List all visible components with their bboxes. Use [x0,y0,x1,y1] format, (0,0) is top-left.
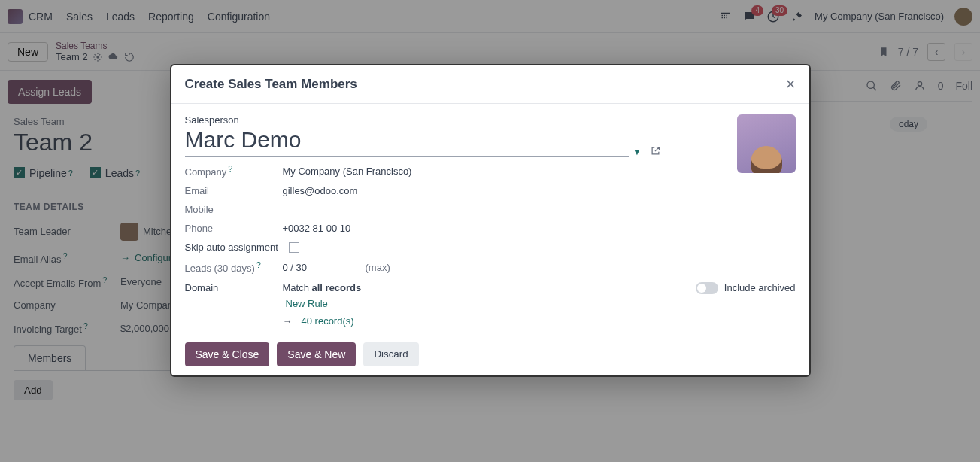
dropdown-icon[interactable]: ▼ [633,147,642,157]
external-link-icon[interactable] [650,145,661,157]
leads30-help-icon[interactable]: ? [256,260,261,269]
modal-footer: Save & Close Save & New Discard [171,333,809,375]
modal-title: Create Sales Team Members [185,77,357,92]
email-field-label: Email [185,185,283,196]
salesperson-input[interactable] [185,126,629,157]
salesperson-label: Salesperson [185,114,796,126]
modal: Create Sales Team Members × Salesperson … [170,64,811,377]
arrow-right-icon: → [283,315,293,327]
leads30-value[interactable]: 0 / 30 [283,262,366,273]
phone-field-value[interactable]: +0032 81 00 10 [283,223,351,234]
save-new-button[interactable]: Save & New [277,342,356,366]
include-archived-toggle[interactable] [696,282,718,294]
discard-button[interactable]: Discard [363,342,418,366]
save-close-button[interactable]: Save & Close [185,342,270,366]
skip-auto-checkbox[interactable] [289,242,299,253]
company-help-icon[interactable]: ? [228,164,232,173]
salesperson-avatar[interactable] [737,114,796,173]
modal-header: Create Sales Team Members × [171,65,809,104]
domain-all-records: all records [312,282,362,293]
include-archived-label: Include archived [724,282,796,293]
company-field-label: Company? [185,164,283,178]
domain-match-text: Match [283,282,312,293]
new-rule-link[interactable]: New Rule [286,298,362,309]
leads30-max: (max) [366,262,390,273]
email-field-value[interactable]: gilles@odoo.com [283,185,358,196]
phone-field-label: Phone [185,223,283,234]
domain-label: Domain [185,282,283,327]
leads30-label: Leads (30 days)? [185,260,283,274]
skip-auto-label: Skip auto assignment [185,242,278,253]
close-icon[interactable]: × [786,76,796,93]
modal-overlay: Create Sales Team Members × Salesperson … [0,0,980,462]
mobile-field-label: Mobile [185,204,283,215]
records-link[interactable]: 40 record(s) [302,315,354,327]
modal-body: Salesperson ▼ Company? My Company (San F… [171,104,809,333]
company-field-value[interactable]: My Company (San Francisco) [283,166,412,177]
